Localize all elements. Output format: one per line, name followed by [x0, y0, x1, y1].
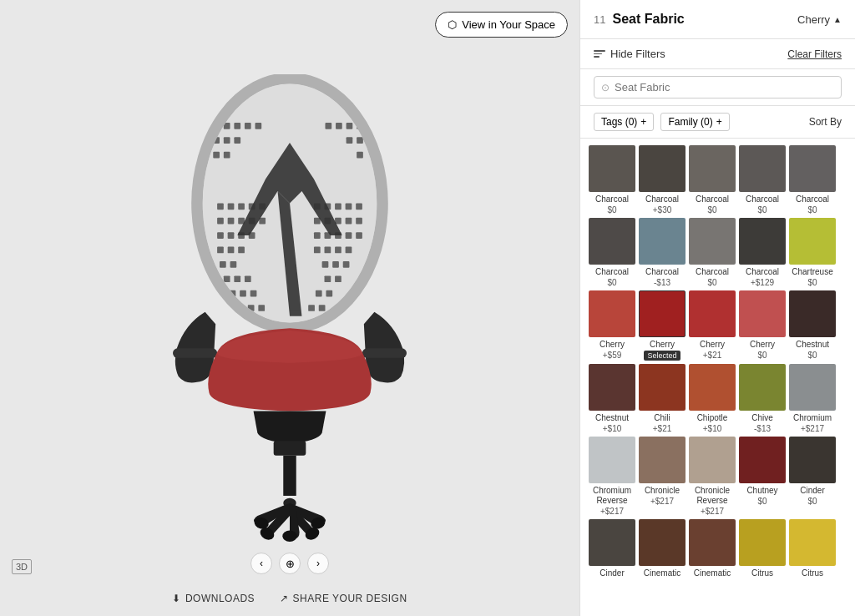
customization-panel: 11 Seat Fabric Cherry ▲ Hide Filters Cle…	[579, 0, 855, 616]
color-swatch	[639, 218, 686, 265]
color-item[interactable]: Cherry$0	[739, 290, 786, 361]
color-item[interactable]: Charcoal+$129	[739, 218, 786, 287]
svg-rect-70	[316, 290, 322, 297]
svg-rect-29	[346, 203, 352, 210]
color-item[interactable]: Chili+$21	[639, 364, 686, 433]
color-item[interactable]: Charcoal$0	[589, 145, 635, 215]
color-item[interactable]: Charcoal-$13	[639, 218, 686, 287]
color-item[interactable]: Cinematic	[639, 519, 686, 579]
color-item[interactable]: Charcoal+$30	[639, 145, 686, 215]
panel-title: Seat Fabric	[612, 12, 684, 27]
svg-rect-76	[319, 305, 326, 311]
svg-point-86	[282, 530, 296, 542]
color-item[interactable]: Chromium+$217	[789, 364, 836, 433]
svg-rect-11	[347, 123, 353, 129]
svg-rect-23	[238, 203, 245, 210]
svg-rect-71	[326, 290, 332, 297]
color-item[interactable]: Chronicle Reverse+$217	[689, 437, 736, 516]
color-item[interactable]: Chipotle+$10	[689, 364, 736, 433]
svg-rect-7	[245, 123, 251, 129]
family-filter-button[interactable]: Family (0) +	[660, 113, 729, 131]
color-item[interactable]: Chromium Reverse+$217	[589, 437, 635, 516]
color-price: +$59	[589, 351, 635, 360]
color-item[interactable]: CherrySelected	[639, 290, 686, 361]
color-name: Chronicle Reverse	[689, 486, 736, 506]
color-item[interactable]: Cherry+$59	[589, 290, 635, 361]
color-swatch	[589, 145, 635, 192]
color-price: $0	[589, 205, 635, 215]
next-button[interactable]: ›	[307, 553, 329, 574]
clear-filters-button[interactable]: Clear Filters	[787, 48, 842, 60]
search-input[interactable]	[615, 81, 834, 93]
color-item[interactable]: Chestnut$0	[789, 290, 836, 361]
color-item[interactable]: Charcoal$0	[689, 145, 736, 215]
svg-rect-9	[325, 123, 331, 129]
sort-by-label: Sort By	[809, 116, 842, 128]
svg-rect-31	[217, 218, 224, 225]
tags-filter-button[interactable]: Tags (0) +	[594, 113, 654, 131]
panel-header: 11 Seat Fabric Cherry ▲	[580, 0, 855, 39]
filter-icon	[594, 50, 605, 58]
svg-rect-34	[249, 218, 255, 225]
color-swatch	[689, 437, 736, 483]
color-item[interactable]: Cinder$0	[789, 437, 836, 516]
step-number: 11	[594, 13, 605, 26]
color-item[interactable]: Charcoal$0	[789, 145, 836, 215]
color-item[interactable]: Citrus	[739, 519, 786, 579]
svg-rect-20	[357, 152, 363, 159]
tags-add-icon: +	[640, 116, 646, 128]
color-name: Charcoal	[689, 194, 736, 204]
color-item[interactable]: Cinder	[589, 519, 635, 579]
svg-rect-38	[335, 218, 341, 225]
svg-rect-48	[346, 232, 352, 239]
color-item[interactable]: Chestnut+$10	[589, 364, 635, 433]
color-price: -$13	[639, 278, 686, 287]
color-item[interactable]: Chive-$13	[739, 364, 786, 433]
color-name: Chive	[739, 413, 786, 423]
selected-badge: Selected	[644, 351, 680, 361]
zoom-button[interactable]: ⊕	[279, 553, 301, 574]
prev-button[interactable]: ‹	[250, 553, 272, 574]
color-name: Cherry	[589, 340, 635, 350]
color-name: Charcoal	[639, 194, 686, 204]
downloads-link[interactable]: ⬇ DOWNLOADS	[172, 593, 255, 604]
color-item[interactable]: Charcoal$0	[739, 145, 786, 215]
color-name: Charcoal	[639, 267, 686, 277]
selected-color-name: Cherry	[797, 13, 830, 26]
color-item[interactable]: Cherry+$21	[689, 290, 736, 361]
svg-rect-39	[346, 218, 352, 225]
color-price: +$129	[739, 278, 786, 287]
svg-rect-24	[249, 203, 255, 210]
color-swatch	[639, 364, 686, 411]
color-item[interactable]: Charcoal$0	[589, 218, 635, 287]
color-price: +$30	[639, 205, 686, 215]
color-item[interactable]: Chronicle+$217	[639, 437, 686, 516]
svg-rect-75	[308, 305, 315, 311]
svg-rect-46	[325, 232, 331, 239]
color-row: Charcoal$0Charcoal+$30Charcoal$0Charcoal…	[589, 145, 847, 215]
svg-rect-61	[343, 261, 350, 268]
color-swatch	[789, 218, 836, 265]
color-price: $0	[739, 351, 786, 360]
svg-rect-6	[234, 123, 240, 129]
svg-rect-49	[356, 232, 362, 239]
color-item[interactable]: Cinematic	[689, 519, 736, 579]
svg-rect-26	[314, 203, 321, 210]
color-name: Cinematic	[639, 568, 686, 578]
color-item[interactable]: Citrus	[789, 519, 836, 579]
color-grid: Charcoal$0Charcoal+$30Charcoal$0Charcoal…	[580, 139, 855, 616]
share-link[interactable]: ↗ SHARE YOUR DESIGN	[280, 593, 407, 604]
color-price: +$21	[689, 351, 736, 360]
svg-rect-17	[357, 137, 363, 144]
next-icon: ›	[316, 558, 320, 569]
color-price: $0	[689, 278, 736, 287]
color-item[interactable]: Chutney$0	[739, 437, 786, 516]
svg-rect-58	[230, 261, 237, 268]
hide-filters-button[interactable]: Hide Filters	[594, 48, 665, 60]
tag-filter-buttons: Tags (0) + Family (0) +	[594, 113, 730, 131]
3d-badge: 3D	[12, 559, 32, 574]
color-item[interactable]: Chartreuse$0	[789, 218, 836, 287]
svg-rect-66	[335, 275, 341, 282]
svg-rect-74	[258, 305, 265, 311]
color-item[interactable]: Charcoal$0	[689, 218, 736, 287]
